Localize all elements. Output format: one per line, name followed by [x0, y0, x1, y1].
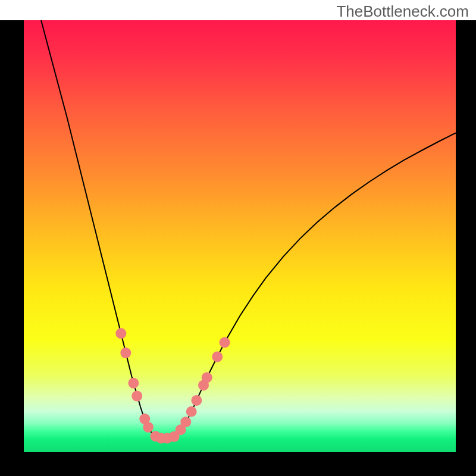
highlight-dot: [212, 352, 223, 362]
chart-container: TheBottleneck.com: [0, 0, 476, 476]
highlight-dot: [128, 378, 139, 389]
plot-border: [0, 20, 24, 476]
plot-background: [24, 20, 456, 452]
highlight-dot: [120, 347, 131, 358]
watermark-label: TheBottleneck.com: [336, 2, 469, 21]
highlight-dot: [131, 391, 142, 402]
highlight-dot: [115, 328, 126, 339]
highlight-dot: [202, 372, 212, 383]
plot-border: [0, 452, 476, 476]
bottleneck-chart: [0, 0, 476, 476]
highlight-dot: [143, 422, 154, 433]
highlight-dot: [180, 416, 191, 427]
highlight-dot: [220, 337, 230, 348]
highlight-dot: [186, 406, 197, 417]
highlight-dot: [191, 395, 202, 406]
plot-border: [456, 20, 476, 476]
